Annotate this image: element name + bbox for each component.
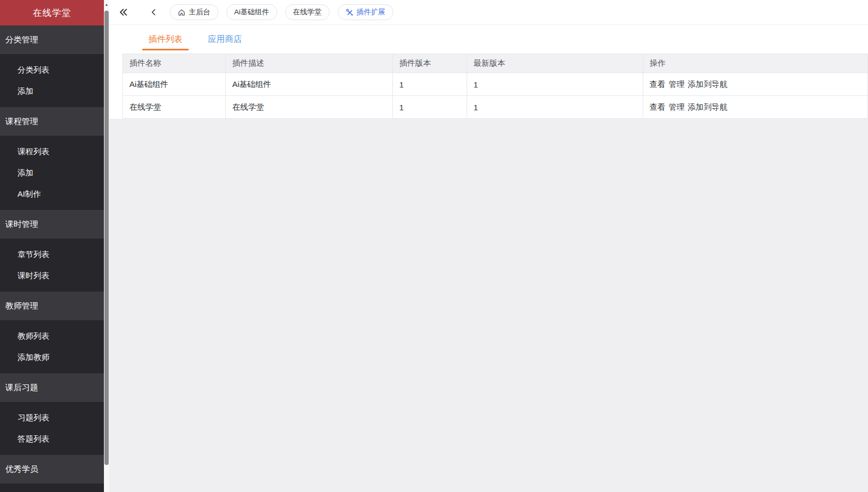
sidebar-scrollbar[interactable]: ▲ [104,0,109,492]
action-link[interactable]: 查看 [650,80,665,89]
cell-version: 1 [393,96,467,119]
breadcrumb-pill[interactable]: 插件扩展 [338,4,393,20]
scrollbar-up-arrow-icon[interactable]: ▲ [104,2,109,7]
tab-bar: 插件列表应用商店 [109,25,868,54]
breadcrumb-pill[interactable]: 主后台 [170,4,218,20]
sidebar: 在线学堂 分类管理分类列表添加课程管理课程列表添加AI制作课时管理章节列表课时列… [0,0,104,492]
action-link[interactable]: 添加到导航 [688,80,727,89]
sidebar-item[interactable]: 习题列表 [0,407,104,428]
cell-latest: 1 [467,73,643,96]
sidebar-group-3[interactable]: 教师管理 [0,292,104,320]
content-background [109,119,868,492]
action-link[interactable]: 管理 [669,80,685,89]
cell-version: 1 [393,73,467,96]
sidebar-group-1[interactable]: 课程管理 [0,107,104,136]
sidebar-item[interactable]: AI制作 [0,183,104,205]
sidebar-group-items: 教师列表添加教师 [0,320,104,373]
cell-name: Ai基础组件 [123,73,226,96]
breadcrumb-pill[interactable]: 在线学堂 [285,4,330,20]
sidebar-scrollbar-thumb[interactable] [104,11,109,465]
sidebar-item[interactable]: 章节列表 [0,244,104,265]
plugin-icon [346,8,354,16]
sidebar-group-4[interactable]: 课后习题 [0,373,104,402]
sidebar-group-items: 章节列表课时列表 [0,239,104,292]
sidebar-item[interactable]: 课程列表 [0,141,104,162]
home-icon [178,8,186,16]
cell-actions: 查看管理添加到导航 [643,96,868,119]
sidebar-groups: 分类管理分类列表添加课程管理课程列表添加AI制作课时管理章节列表课时列表教师管理… [0,25,104,484]
plugin-table: 插件名称插件描述插件版本最新版本操作 Ai基础组件Ai基础组件11查看管理添加到… [122,54,868,119]
sidebar-item[interactable]: 教师列表 [0,326,104,347]
column-header: 插件描述 [226,54,393,73]
sidebar-group-items: 分类列表添加 [0,54,104,107]
sidebar-group-items: 课程列表添加AI制作 [0,136,104,210]
sidebar-item[interactable]: 分类列表 [0,59,104,81]
sidebar-group-0[interactable]: 分类管理 [0,25,104,54]
column-header: 插件版本 [393,54,467,73]
sidebar-app-title: 在线学堂 [0,0,104,25]
breadcrumb-pill[interactable]: Ai基础组件 [226,4,277,20]
tab-应用商店[interactable]: 应用商店 [203,25,247,54]
breadcrumb-label: Ai基础组件 [234,7,269,17]
collapse-sidebar-icon[interactable] [118,7,128,17]
cell-name: 在线学堂 [123,96,226,119]
sidebar-item[interactable]: 答题列表 [0,428,104,450]
cell-actions: 查看管理添加到导航 [643,73,868,96]
topbar: 主后台Ai基础组件在线学堂插件扩展 [109,0,868,25]
action-link[interactable]: 查看 [650,102,665,111]
sidebar-group-2[interactable]: 课时管理 [0,210,104,239]
column-header: 操作 [643,54,868,73]
sidebar-group-5[interactable]: 优秀学员 [0,455,104,484]
action-link[interactable]: 管理 [669,102,685,111]
back-icon[interactable] [150,8,158,16]
breadcrumb-label: 在线学堂 [293,7,322,17]
tab-插件列表[interactable]: 插件列表 [143,25,188,54]
table-row: Ai基础组件Ai基础组件11查看管理添加到导航 [123,73,868,96]
column-header: 插件名称 [123,54,226,73]
breadcrumb: 主后台Ai基础组件在线学堂插件扩展 [170,4,393,20]
main-area: 主后台Ai基础组件在线学堂插件扩展 插件列表应用商店 插件名称插件描述插件版本最… [109,0,868,492]
sidebar-group-items: 习题列表答题列表 [0,402,104,455]
table-row: 在线学堂在线学堂11查看管理添加到导航 [123,96,868,119]
sidebar-item[interactable]: 添加 [0,81,104,102]
action-link[interactable]: 添加到导航 [688,102,727,111]
cell-desc: 在线学堂 [226,96,393,119]
breadcrumb-label: 主后台 [189,7,211,17]
sidebar-item[interactable]: 添加 [0,162,104,183]
breadcrumb-label: 插件扩展 [357,7,385,17]
sidebar-item[interactable]: 课时列表 [0,265,104,286]
sidebar-item[interactable]: 添加教师 [0,347,104,368]
cell-latest: 1 [467,96,643,119]
cell-desc: Ai基础组件 [226,73,393,96]
content-panel: 插件列表应用商店 插件名称插件描述插件版本最新版本操作 Ai基础组件Ai基础组件… [109,25,868,119]
column-header: 最新版本 [467,54,643,73]
